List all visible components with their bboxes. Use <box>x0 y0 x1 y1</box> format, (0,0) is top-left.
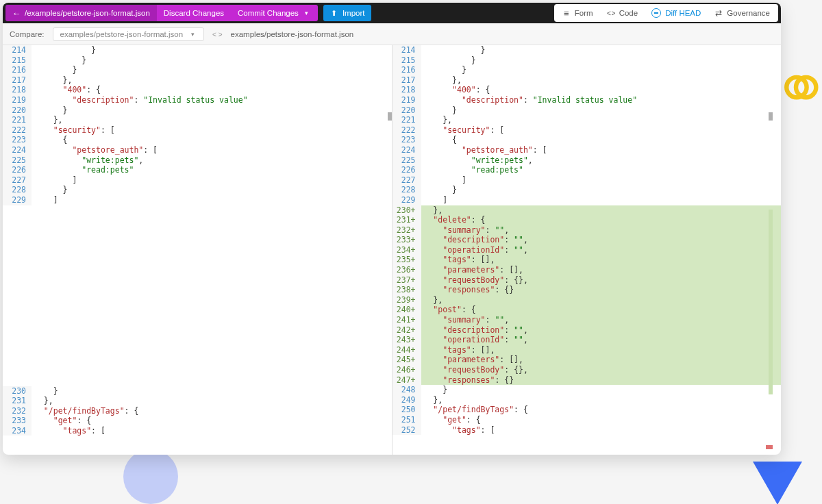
diff-view-button[interactable]: Diff HEAD <box>645 5 708 21</box>
code-line: 219 "description": "Invalid status value… <box>3 95 392 105</box>
code-line: 240+ "post": { <box>393 305 782 315</box>
removed-marker <box>766 445 773 449</box>
code-line: 215 } <box>3 55 392 66</box>
code-line: 215 } <box>393 55 782 66</box>
import-label: Import <box>342 9 365 17</box>
compare-label: Compare: <box>10 30 45 38</box>
chevron-down-icon <box>188 30 197 38</box>
diff-view: 214 }215 }216 }217 },218 "400": {219 "de… <box>3 45 781 455</box>
code-line: 246+ "requestBody": {}, <box>393 365 782 375</box>
code-line: 250 "/pet/findByTags": { <box>393 405 782 415</box>
code-line: 230 } <box>3 386 392 396</box>
code-line: 248 } <box>393 385 782 395</box>
view-switcher: Form Code Diff HEAD Governance <box>554 4 778 22</box>
code-line: 216 } <box>393 65 782 75</box>
governance-icon <box>714 9 723 17</box>
code-line: 221 }, <box>3 115 392 125</box>
code-line: 234 "tags": [ <box>3 426 392 436</box>
code-line: 233 "get": { <box>3 416 392 426</box>
code-line: 221 }, <box>393 115 782 125</box>
code-line: 219 "description": "Invalid status value… <box>393 95 782 105</box>
code-view-button[interactable]: Code <box>600 5 645 21</box>
diff-right-pane[interactable]: 214 }215 }216 }217 },218 "400": {219 "de… <box>393 45 782 455</box>
chevron-down-icon <box>303 9 311 17</box>
code-line: 244+ "tags": [], <box>393 345 782 355</box>
code-line: 222 "security": [ <box>3 125 392 136</box>
code-line: 228 } <box>393 185 782 195</box>
commit-changes-button[interactable]: Commit Changes <box>231 5 318 21</box>
code-line: 235+ "tags": [], <box>393 255 782 265</box>
code-line: 222 "security": [ <box>393 125 782 136</box>
code-line: 218 "400": { <box>3 85 392 95</box>
code-line: 224 "petstore_auth": [ <box>3 145 392 155</box>
code-line: 229 ] <box>3 195 392 205</box>
import-button[interactable]: Import <box>323 5 372 21</box>
code-line: 231 }, <box>3 396 392 406</box>
diff-left-pane[interactable]: 214 }215 }216 }217 },218 "400": {219 "de… <box>3 45 393 455</box>
scroll-marker <box>769 112 773 121</box>
code-line: 236+ "parameters": [], <box>393 265 782 275</box>
upload-icon <box>330 9 338 17</box>
code-line: 227 ] <box>393 175 782 186</box>
compare-bar: Compare: examples/petstore-json-format.j… <box>3 23 781 45</box>
code-line: 226 "read:pets" <box>3 165 392 175</box>
code-line: 238+ "responses": {} <box>393 285 782 295</box>
scroll-marker <box>388 112 392 121</box>
arrow-left-icon <box>12 9 21 17</box>
file-path-label: /examples/petstore-json-format.json <box>25 9 150 17</box>
code-line: 214 } <box>3 45 392 55</box>
code-line: 226 "read:pets" <box>393 165 782 175</box>
code-line: 231+ "delete": { <box>393 215 782 225</box>
code-line: 251 "get": { <box>393 415 782 425</box>
code-line: 218 "400": { <box>393 85 782 95</box>
code-line: 252 "tags": [ <box>393 425 782 436</box>
compare-right-file: examples/petstore-json-format.json <box>231 30 354 38</box>
code-line: 237+ "requestBody": {}, <box>393 275 782 286</box>
code-line: 232 "/pet/findByTags": { <box>3 406 392 416</box>
code-line: 234+ "operationId": "", <box>393 245 782 255</box>
code-line: 247+ "responses": {} <box>393 375 782 386</box>
app-window: /examples/petstore-json-format.json Disc… <box>3 3 781 455</box>
code-line: 220 } <box>3 105 392 116</box>
code-line: 233+ "description": "", <box>393 235 782 245</box>
code-line: 227 ] <box>3 175 392 186</box>
form-view-button[interactable]: Form <box>556 5 600 21</box>
discard-changes-button[interactable]: Discard Changes <box>157 5 231 21</box>
code-line: 223 { <box>3 135 392 145</box>
code-line: 228 } <box>3 185 392 195</box>
code-line: 224 "petstore_auth": [ <box>393 145 782 155</box>
code-line: 217 }, <box>3 75 392 86</box>
code-line: 217 }, <box>393 75 782 86</box>
added-region-marker <box>769 210 773 394</box>
list-icon <box>562 9 571 17</box>
code-line: 229 ] <box>393 195 782 205</box>
diff-icon <box>651 8 661 18</box>
code-line: 241+ "summary": "", <box>393 315 782 325</box>
code-line: 242+ "description": "", <box>393 325 782 336</box>
main-toolbar: /examples/petstore-json-format.json Disc… <box>3 3 781 23</box>
code-line: 245+ "parameters": [], <box>393 355 782 365</box>
code-line: 239+ }, <box>393 295 782 305</box>
decorative-circle-icon <box>123 449 178 504</box>
back-button[interactable]: /examples/petstore-json-format.json <box>5 5 157 21</box>
decorative-rings-icon <box>781 68 819 106</box>
code-line: 249 }, <box>393 395 782 405</box>
code-line: 243+ "operationId": "", <box>393 335 782 345</box>
code-line: 225 "write:pets", <box>3 155 392 166</box>
code-line: 232+ "summary": "", <box>393 225 782 236</box>
commit-label: Commit Changes <box>238 9 299 17</box>
code-line: 225 "write:pets", <box>393 155 782 166</box>
code-line: 223 { <box>393 135 782 145</box>
governance-view-button[interactable]: Governance <box>708 5 777 21</box>
code-line: 220 } <box>393 105 782 116</box>
code-line: 214 } <box>393 45 782 55</box>
decorative-triangle-icon <box>747 449 808 504</box>
code-line: 230+ }, <box>393 205 782 216</box>
code-icon <box>607 9 615 17</box>
compare-left-dropdown[interactable]: examples/petstore-json-format.json <box>53 27 205 41</box>
code-line: 216 } <box>3 65 392 75</box>
swap-icon[interactable] <box>212 30 222 38</box>
